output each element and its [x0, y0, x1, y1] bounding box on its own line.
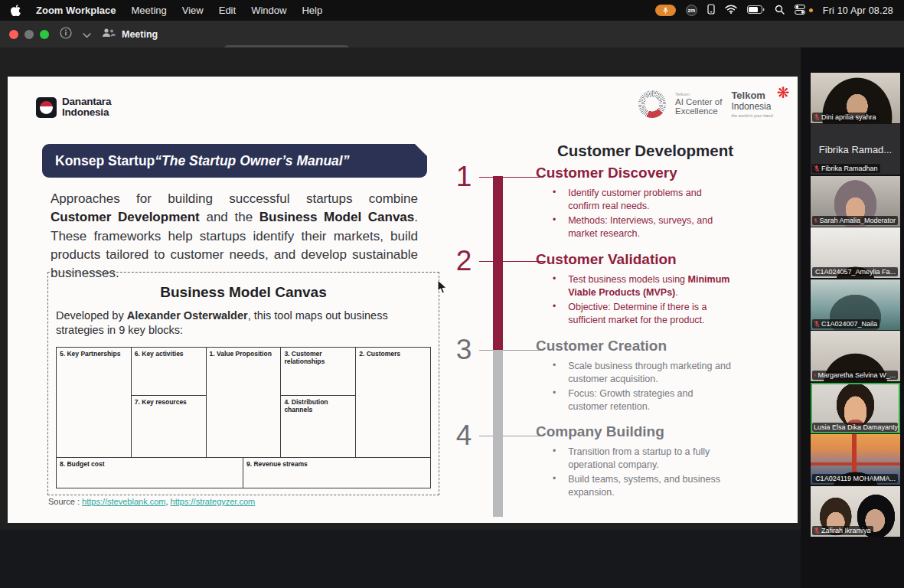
bmc-cell-customers: 2. Customers	[356, 348, 430, 360]
timeline-number-3: 3	[449, 334, 479, 366]
participants-sidebar: Dini aprilia syahra Fibrika Ramad... Fib…	[801, 47, 904, 588]
bmc-table: 5. Key Partnerships 6. Key activities 7.…	[56, 347, 431, 488]
participant-name: C1A024057_Ameylia Fa...	[815, 268, 896, 276]
chevron-down-icon[interactable]	[83, 28, 91, 41]
close-window-button[interactable]	[9, 30, 18, 39]
participant-name: Lusia Elsa Dika Damayanty	[814, 423, 898, 431]
zoom-menubar-icon[interactable]: zm	[686, 5, 697, 16]
participant-tile[interactable]: C1A024057_Ameylia Fa...	[811, 227, 900, 278]
meeting-content: Danantara Indonesia Telkom AI Center of …	[0, 47, 904, 588]
timeline-tick	[479, 261, 543, 262]
screen: Zoom Workplace Meeting View Edit Window …	[0, 0, 904, 588]
participant-tile-active-speaker[interactable]: Lusia Elsa Dika Damayanty	[811, 383, 900, 433]
telkom-indonesia-logo: ❋ Telkom Indonesia the world in your han…	[731, 90, 789, 118]
timeline-tick	[479, 350, 543, 351]
bmc-cell-budget-cost: 8. Budget cost	[57, 458, 243, 488]
participant-name: Zafirah Ikramiya	[821, 527, 871, 534]
apple-menu-icon[interactable]	[11, 5, 21, 16]
participant-tile[interactable]: Margaretha Selvina W_...	[811, 331, 900, 381]
telkom-hand-icon: ❋	[777, 84, 790, 101]
timeline-tick	[479, 436, 543, 436]
telkom-line2: Indonesia	[731, 102, 772, 112]
participant-tile[interactable]: Zafirah Ikramiya	[811, 486, 900, 537]
participant-tile[interactable]: Dini aprilia syahra	[811, 73, 900, 123]
business-model-canvas-box: Business Model Canvas Developed by Alexa…	[47, 272, 439, 495]
menu-item-edit[interactable]: Edit	[219, 5, 236, 16]
timeline-number-1: 1	[449, 161, 479, 193]
section-customer-creation: Customer Creation •Scale business throug…	[536, 338, 759, 415]
bmc-cell-customer-relationships: 3. Customer relationships	[281, 348, 355, 396]
timeline-tick	[479, 177, 543, 178]
source-link-strategyzer[interactable]: https://strategyzer.com	[171, 497, 256, 506]
ai-center-line2: Excellence	[675, 106, 722, 116]
menu-item-meeting[interactable]: Meeting	[132, 5, 167, 16]
participant-name: Margaretha Selvina W_...	[818, 371, 896, 379]
participant-name: C1A024119 MOHAMMA...	[815, 475, 896, 482]
bmc-description: Developed by Alexander Osterwalder, this…	[56, 309, 431, 338]
participant-name: Fibrika Ramadhan	[821, 165, 878, 172]
danantara-logo-line2: Indonesia	[62, 107, 111, 118]
section-title: Customer Validation	[536, 251, 759, 268]
mic-active-indicator[interactable]	[655, 5, 676, 16]
ai-center-telkom-label: Telkom	[675, 92, 722, 97]
device-icon[interactable]	[707, 4, 715, 17]
participant-name: Sarah Amalia_Moderator	[819, 217, 896, 224]
menubar-clock[interactable]: Fri 10 Apr 08.28	[823, 5, 893, 16]
menu-bar: Zoom Workplace Meeting View Edit Window …	[0, 0, 904, 21]
menu-item-view[interactable]: View	[182, 5, 204, 16]
menu-app-name[interactable]: Zoom Workplace	[36, 5, 116, 16]
timeline-bar-maroon	[493, 176, 503, 350]
participant-tile[interactable]: C1A024007_Naila	[811, 279, 900, 330]
partner-logos: Telkom AI Center of Excellence ❋ Telkom …	[638, 90, 790, 118]
source-link-steveblank[interactable]: https://steveblank.com	[82, 497, 165, 506]
bmc-cell-revenue-streams: 9. Revenue streams	[243, 458, 430, 488]
participant-name: Dini aprilia syahra	[821, 113, 876, 121]
section-title: Customer Creation	[536, 338, 759, 354]
telkom-line1: Telkom	[731, 90, 772, 101]
participant-tile[interactable]: Fibrika Ramad... Fibrika Ramadhan	[811, 124, 900, 175]
customer-development-title: Customer Development	[475, 142, 798, 160]
mouse-cursor	[437, 279, 447, 297]
menu-item-help[interactable]: Help	[302, 5, 322, 16]
danantara-logo-icon	[36, 97, 57, 118]
shared-screen-slide: Danantara Indonesia Telkom AI Center of …	[8, 77, 798, 523]
bmc-cell-key-resources: 7. Key resources	[132, 396, 206, 457]
ai-center-sunburst-icon	[638, 90, 666, 118]
slide-title-banner: Konsep Startup “The Startup Owner’s Manu…	[42, 144, 427, 178]
info-icon[interactable]	[60, 27, 72, 42]
participant-name: C1A024007_Naila	[821, 320, 877, 328]
participant-tile[interactable]: Sarah Amalia_Moderator	[811, 176, 900, 227]
timeline-number-2: 2	[449, 245, 479, 277]
window-meeting-label: Meeting	[122, 29, 158, 40]
bmc-cell-value-proposition: 1. Value Proposition	[207, 348, 281, 360]
battery-icon[interactable]	[747, 5, 765, 16]
section-customer-validation: Customer Validation •Test business model…	[536, 251, 759, 328]
bmc-cell-key-partnerships: 5. Key Partnerships	[57, 348, 131, 360]
section-title: Company Building	[536, 423, 759, 440]
participants-icon	[102, 28, 116, 41]
menu-item-window[interactable]: Window	[251, 5, 286, 16]
section-title: Customer Discovery	[536, 165, 759, 181]
notification-dot	[809, 8, 813, 12]
wifi-icon[interactable]	[725, 5, 737, 16]
source-label: Source :	[48, 497, 80, 506]
ai-center-line1: AI Center of	[675, 97, 722, 107]
section-customer-discovery: Customer Discovery •Identify customer pr…	[536, 165, 759, 242]
participant-tile[interactable]: C1A024119 MOHAMMA...	[811, 434, 900, 485]
search-icon[interactable]	[775, 5, 785, 17]
minimize-window-button[interactable]	[24, 30, 34, 39]
bmc-cell-key-activities: 6. Key activities	[132, 348, 206, 396]
telkom-tagline: the world in your hand	[731, 113, 772, 118]
zoom-window-button[interactable]	[40, 30, 49, 39]
bmc-title: Business Model Canvas	[48, 284, 439, 301]
timeline-number-4: 4	[449, 420, 479, 452]
intro-paragraph: Approaches for building successful start…	[51, 190, 418, 283]
timeline-bar-gray	[493, 350, 503, 517]
bmc-cell-distribution-channels: 4. Distribution channels	[281, 396, 355, 457]
control-center-icon[interactable]	[795, 5, 805, 17]
section-company-building: Company Building •Transition from a star…	[536, 423, 759, 501]
danantara-logo-line1: Danantara	[62, 96, 111, 107]
slide-title-plain: Konsep Startup	[55, 153, 155, 169]
desktop-background	[0, 530, 904, 588]
slide-title-italic: “The Startup Owner’s Manual”	[155, 153, 349, 169]
